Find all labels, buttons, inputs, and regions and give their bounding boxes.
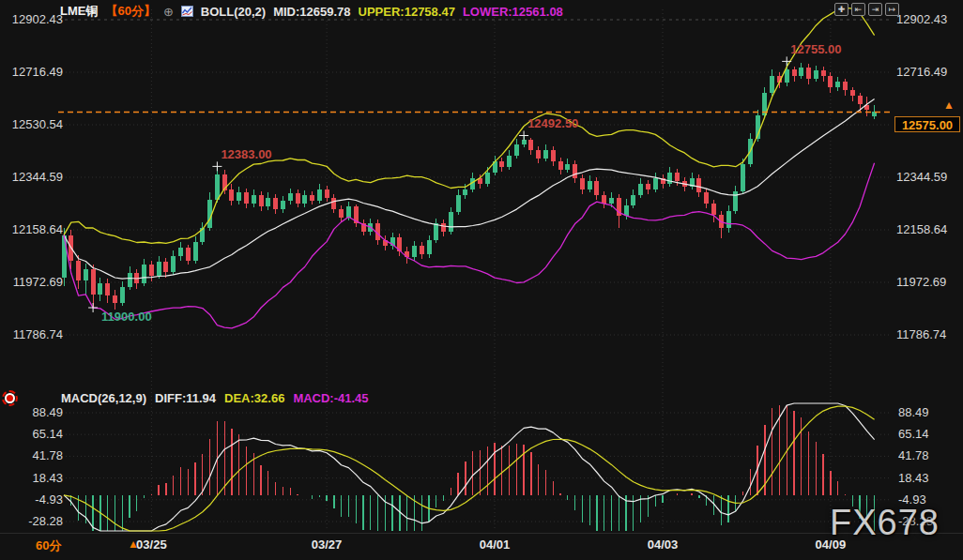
zoom-range-left-icon[interactable]: ⇤ [851, 3, 865, 16]
price-marker-label: 11900.00 [101, 310, 152, 324]
macd-axis-label-right: 41.78 [898, 448, 929, 462]
mini-chart-icon [181, 6, 193, 17]
macd-diff-value: DIFF:11.94 [155, 391, 216, 405]
price-axis-label-right: 11786.74 [896, 327, 946, 341]
time-axis-divider [0, 533, 963, 534]
chart-window: LME铜 【60分】 ⊕ BOLL(20,2) MID:12659.78 UPP… [0, 0, 963, 560]
price-marker-label: 12492.50 [527, 116, 578, 130]
macd-axis-label-right: 18.43 [898, 471, 929, 485]
link-icon: ⊕ [163, 5, 174, 19]
price-axis-label-right: 12902.43 [896, 12, 947, 26]
price-axis-label-left: 12344.59 [7, 170, 63, 184]
macd-dea-line [64, 406, 875, 531]
macd-diff-line [64, 403, 875, 531]
time-axis-label: 04/01 [462, 537, 527, 552]
boll-lower-line [64, 163, 875, 328]
latest-price-box: 12575.00 [894, 116, 960, 132]
macd-axis-label-right: 88.49 [898, 405, 929, 419]
zoom-range-right-icon[interactable]: ⇥ [868, 3, 882, 16]
boll-mid-value: MID:12659.78 [273, 5, 350, 19]
boll-mid-line [64, 99, 875, 280]
macd-axis-label-left: 18.43 [7, 471, 63, 485]
price-axis-label-left: 11972.69 [7, 275, 63, 289]
macd-dea-value: DEA:32.66 [224, 391, 284, 405]
price-axis-label-left: 12158.64 [7, 222, 63, 236]
price-chart-svg[interactable] [0, 0, 963, 560]
price-axis-label-right: 12716.49 [896, 65, 947, 79]
price-axis-label-left: 12716.49 [7, 65, 63, 79]
macd-axis-label-left: 41.78 [7, 448, 63, 462]
time-axis-label: 03/27 [294, 537, 359, 552]
macd-bar-value: MACD:-41.45 [293, 391, 368, 405]
price-axis-label-left: 11786.74 [7, 327, 63, 341]
price-axis-label-right: 11972.69 [896, 275, 946, 289]
macd-histogram [64, 405, 875, 531]
chart-canvas[interactable] [0, 0, 963, 560]
macd-header: MACD(26,12,9) DIFF:11.94 DEA:32.66 MACD:… [61, 391, 369, 405]
latest-price-marker-icon: ▲ [943, 98, 955, 112]
macd-axis-label-right: 65.14 [898, 427, 929, 441]
watermark: FX678 [830, 503, 940, 543]
boll-upper-line [64, 8, 875, 243]
boll-lower-value: LOWER:12561.08 [463, 5, 563, 19]
pan-move-icon[interactable]: ✚ [834, 3, 848, 16]
price-marker-label: 12383.00 [221, 147, 271, 161]
macd-axis-label-left: -4.93 [7, 492, 63, 507]
price-marker-label: 12755.00 [790, 42, 841, 56]
time-axis-label: 04/03 [630, 537, 696, 552]
macd-axis-label-left: -28.28 [7, 514, 63, 528]
price-axis-label-left: 12530.54 [7, 117, 63, 131]
chart-toolbar: ✚⇤⇥↦ [834, 3, 899, 16]
chart-header: LME铜 【60分】 ⊕ BOLL(20,2) MID:12659.78 UPP… [60, 3, 563, 20]
price-axis-label-right: 12158.64 [896, 222, 947, 236]
time-axis-label: 03/25 [118, 537, 184, 552]
indicator-dot-icon [5, 393, 15, 403]
boll-upper-value: UPPER:12758.47 [359, 5, 455, 19]
period-selector[interactable]: 60分 [36, 537, 61, 554]
symbol-name: LME铜 [60, 3, 98, 20]
macd-params-label: MACD(26,12,9) [61, 391, 146, 405]
macd-axis-label-left: 65.14 [7, 427, 63, 441]
price-axis-label-right: 12344.59 [896, 170, 947, 184]
boll-params-label: BOLL(20,2) [201, 5, 266, 19]
macd-axis-label-left: 88.49 [7, 405, 63, 419]
period-tag: 【60分】 [105, 3, 155, 20]
price-axis-label-left: 12902.43 [7, 12, 63, 26]
